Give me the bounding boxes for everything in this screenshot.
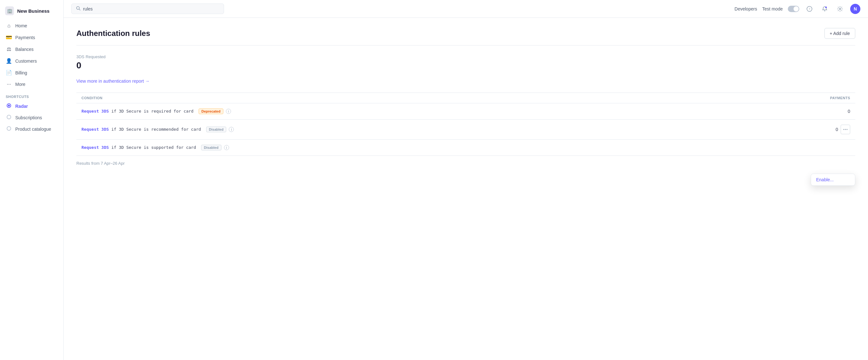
info-icon[interactable]: i: [226, 109, 231, 114]
svg-line-5: [79, 9, 81, 10]
stat-label: 3DS Requested: [76, 54, 855, 59]
status-badge: Disabled: [201, 145, 221, 151]
condition-cell: Request 3DS if 3D Secure is required for…: [76, 103, 733, 120]
condition-cell: Request 3DS if 3D Secure is supported fo…: [76, 140, 733, 156]
sidebar-item-payments[interactable]: 💳 Payments: [3, 32, 61, 43]
developers-button[interactable]: Developers: [735, 6, 757, 11]
svg-point-8: [825, 10, 825, 11]
sidebar-item-label: Payments: [15, 35, 35, 40]
payments-cell: 0: [733, 103, 855, 120]
info-icon[interactable]: i: [229, 127, 234, 132]
stat-value: 0: [76, 60, 855, 71]
condition-keyword: Request 3DS: [82, 109, 109, 113]
condition-keyword: Request 3DS: [82, 145, 109, 150]
sidebar-item-label: Billing: [15, 70, 27, 75]
svg-point-3: [7, 127, 11, 130]
col-condition: CONDITION: [76, 93, 733, 103]
payments-count: 0: [848, 109, 850, 114]
brand-name: New Business: [17, 8, 50, 14]
sidebar-item-radar[interactable]: Radar: [3, 100, 61, 112]
test-mode-label: Test mode: [762, 6, 783, 11]
dropdown-menu: Enable...: [811, 174, 855, 186]
svg-point-9: [825, 6, 827, 8]
sidebar-item-more[interactable]: ··· More: [3, 79, 61, 90]
rules-table: CONDITION PAYMENTS Request 3DS if 3D Sec…: [76, 93, 855, 156]
dropdown-item-enable[interactable]: Enable...: [811, 174, 855, 186]
sidebar-nav: ⌂ Home 💳 Payments ⚖ Balances 👤 Customers…: [0, 20, 63, 90]
page-content: Authentication rules + Add rule 3DS Requ…: [64, 18, 868, 360]
sidebar-item-label: Product catalogue: [15, 127, 51, 132]
svg-point-1: [8, 105, 10, 106]
table-row: Request 3DS if 3D Secure is supported fo…: [76, 140, 855, 156]
sidebar-item-label: More: [15, 82, 26, 87]
svg-point-13: [847, 129, 848, 130]
svg-text:?: ?: [809, 7, 810, 11]
sidebar-item-customers[interactable]: 👤 Customers: [3, 55, 61, 66]
topbar-right: Developers Test mode ?: [735, 4, 860, 14]
condition-rest: if 3D Secure is recommended for card: [109, 127, 201, 132]
sidebar-item-balances[interactable]: ⚖ Balances: [3, 43, 61, 55]
subscriptions-icon: [6, 114, 12, 121]
brand-icon: 🏢: [5, 6, 14, 15]
main-wrapper: Developers Test mode ?: [64, 0, 868, 360]
more-actions-button[interactable]: [841, 125, 850, 134]
sidebar-item-home[interactable]: ⌂ Home: [3, 20, 61, 31]
avatar-button[interactable]: N: [850, 4, 860, 14]
sidebar-item-billing[interactable]: 📄 Billing: [3, 67, 61, 78]
svg-point-12: [845, 129, 846, 130]
brand: 🏢 New Business: [0, 4, 63, 20]
sidebar-item-product-catalogue[interactable]: Product catalogue: [3, 123, 61, 135]
status-badge: Disabled: [206, 127, 226, 132]
status-badge: Deprecated: [198, 108, 223, 114]
more-icon: ···: [6, 81, 12, 87]
svg-point-2: [7, 115, 11, 119]
svg-point-10: [839, 8, 841, 9]
condition-cell: Request 3DS if 3D Secure is recommended …: [76, 120, 733, 140]
payments-cell: 0: [733, 120, 855, 140]
page-header: Authentication rules + Add rule: [76, 28, 855, 45]
payments-cell: [733, 140, 855, 156]
page-title: Authentication rules: [76, 29, 150, 38]
notifications-button[interactable]: [819, 4, 830, 14]
help-button[interactable]: ?: [804, 4, 814, 14]
radar-icon: [6, 103, 12, 109]
sidebar-item-label: Radar: [15, 104, 28, 109]
sidebar-item-label: Balances: [15, 47, 34, 52]
condition-rest: if 3D Secure is supported for card: [109, 145, 196, 150]
home-icon: ⌂: [6, 23, 12, 29]
payments-count: 0: [836, 127, 838, 132]
sidebar-item-subscriptions[interactable]: Subscriptions: [3, 112, 61, 123]
test-mode-toggle[interactable]: [788, 6, 799, 12]
info-icon[interactable]: i: [224, 145, 229, 150]
results-note: Results from 7 Apr–26 Apr: [76, 161, 855, 166]
sidebar-item-label: Customers: [15, 59, 37, 64]
sidebar-item-label: Subscriptions: [15, 115, 42, 120]
search-input[interactable]: [83, 6, 219, 11]
balances-icon: ⚖: [6, 46, 12, 52]
search-icon: [76, 6, 81, 11]
topbar: Developers Test mode ?: [64, 0, 868, 18]
sidebar-item-label: Home: [15, 23, 27, 28]
shortcuts-title: Shortcuts: [0, 90, 63, 100]
condition-rest: if 3D Secure is required for card: [109, 109, 193, 113]
svg-point-11: [843, 129, 844, 130]
billing-icon: 📄: [6, 70, 12, 76]
add-rule-button[interactable]: + Add rule: [825, 28, 855, 39]
search-box[interactable]: [71, 3, 224, 14]
product-catalogue-icon: [6, 126, 12, 132]
customers-icon: 👤: [6, 58, 12, 64]
settings-button[interactable]: [835, 4, 845, 14]
col-payments: PAYMENTS: [733, 93, 855, 103]
table-row: Request 3DS if 3D Secure is recommended …: [76, 120, 855, 140]
payments-icon: 💳: [6, 34, 12, 40]
table-row: Request 3DS if 3D Secure is required for…: [76, 103, 855, 120]
stats-section: 3DS Requested 0: [76, 54, 855, 71]
view-more-link[interactable]: View more in authentication report →: [76, 78, 150, 84]
condition-keyword: Request 3DS: [82, 127, 109, 132]
sidebar: 🏢 New Business ⌂ Home 💳 Payments ⚖ Balan…: [0, 0, 64, 360]
